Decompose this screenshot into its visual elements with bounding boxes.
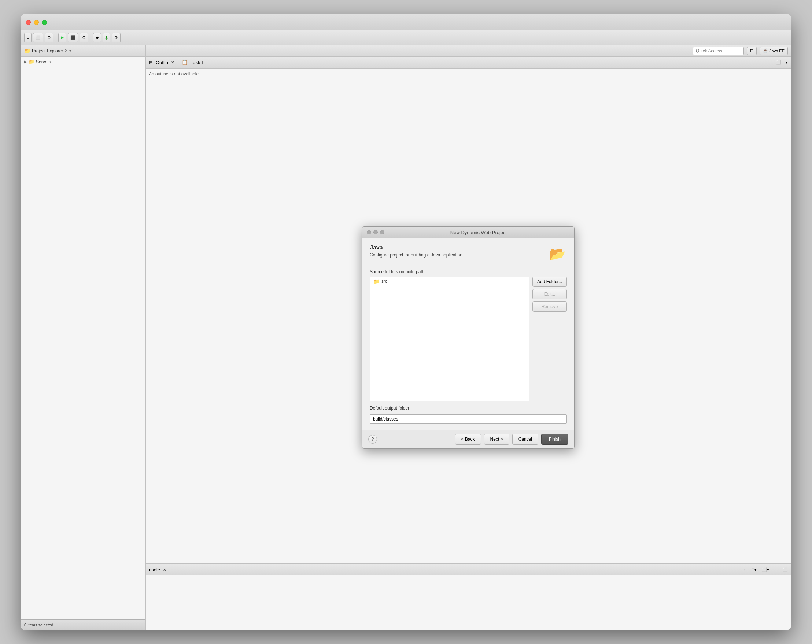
modal-tl-3 [380,230,385,235]
modal-footer: ? < Back Next > Cancel Finish [362,430,574,449]
traffic-lights [26,20,47,25]
source-folders-area: 📁 src Add Folder... Edit... Remove [370,276,567,401]
modal-title-bar: New Dynamic Web Project [362,227,574,238]
output-folder-label: Default output folder: [370,406,567,411]
toolbar-sep-1 [56,34,56,41]
toolbar-profile-btn[interactable]: ◆ [93,33,101,43]
close-button[interactable] [26,20,31,25]
project-explorer-content: ▶ 📁 Servers [21,57,145,620]
status-bar: 0 items selected [21,620,145,630]
modal-body: Java Configure project for building a Ja… [362,238,574,430]
cancel-button[interactable]: Cancel [512,434,538,445]
modal-header-text: Java Configure project for building a Ja… [370,244,543,258]
toolbar-menu-btn[interactable]: ≡ [24,33,32,43]
modal-traffic-lights [367,230,385,235]
toolbar-sep-2 [90,34,91,41]
project-explorer-menu-icon[interactable]: ▾ [69,48,72,53]
folders-buttons: Add Folder... Edit... Remove [533,276,567,401]
ide-content: 📁 Project Explorer ✕ ▾ ▶ 📁 Servers 0 ite… [21,45,791,630]
toolbar-stop-btn[interactable]: ⬛ [68,33,78,43]
step-title: Java [370,244,543,251]
toolbar-run-btn[interactable]: ▶ [58,33,66,43]
right-side: ⊞ ☕ Java EE ⊞ Outlin ✕ 📋 Task L [146,45,791,630]
minimize-button[interactable] [34,20,39,25]
finish-button[interactable]: Finish [541,434,568,445]
toolbar-extra-btn[interactable]: ⚙ [112,33,121,43]
project-explorer-header: 📁 Project Explorer ✕ ▾ [21,45,145,57]
title-bar [21,14,791,31]
next-button[interactable]: Next > [484,434,509,445]
output-folder-input[interactable] [370,414,567,424]
status-text: 0 items selected [24,623,53,627]
back-button[interactable]: < Back [455,434,481,445]
left-panel: 📁 Project Explorer ✕ ▾ ▶ 📁 Servers 0 ite… [21,45,146,630]
toolbar-dollar-btn[interactable]: $ [102,33,110,43]
java-folder-icon: 📂 [548,244,567,263]
tree-item-servers-label: Servers [36,60,51,64]
src-folder-icon: 📁 [373,278,379,284]
toolbar-settings-btn[interactable]: ⚙ [45,33,53,43]
help-button[interactable]: ? [368,435,377,444]
src-folder-label: src [382,279,387,284]
add-folder-button[interactable]: Add Folder... [533,276,567,287]
ide-window: ≡ ⬜ ⚙ ▶ ⬛ ⚙ ◆ $ ⚙ 📁 Project Explorer ✕ ▾… [21,14,791,630]
modal-dialog: New Dynamic Web Project Java Configure p… [362,226,575,449]
modal-header-row: Java Configure project for building a Ja… [370,244,567,263]
toolbar-new-btn[interactable]: ⬜ [33,33,43,43]
source-folders-label: Source folders on build path: [370,269,567,275]
edit-button[interactable]: Edit... [533,289,567,299]
folders-list[interactable]: 📁 src [370,276,530,401]
output-folder-section: Default output folder: [370,406,567,424]
step-description: Configure project for building a Java ap… [370,252,543,258]
toolbar-debug-btn[interactable]: ⚙ [79,33,88,43]
modal-tl-1 [367,230,371,235]
remove-button[interactable]: Remove [533,302,567,312]
tree-arrow-servers[interactable]: ▶ [24,60,27,64]
ide-toolbar: ≡ ⬜ ⚙ ▶ ⬛ ⚙ ◆ $ ⚙ [21,31,791,45]
modal-title: New Dynamic Web Project [387,230,570,235]
project-explorer-title: Project Explorer [32,48,63,53]
modal-tl-2 [373,230,378,235]
modal-overlay: New Dynamic Web Project Java Configure p… [146,45,791,630]
maximize-button[interactable] [42,20,47,25]
project-explorer-close-icon[interactable]: ✕ [64,48,68,53]
folder-item-src[interactable]: 📁 src [370,277,529,286]
tree-item-servers[interactable]: ▶ 📁 Servers [23,58,144,65]
